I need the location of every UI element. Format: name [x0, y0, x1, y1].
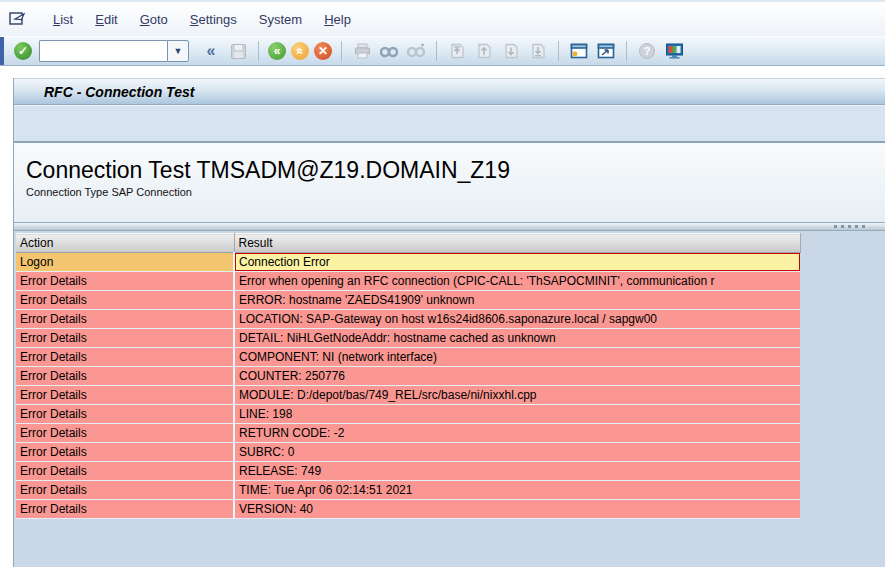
table-row[interactable]: Error DetailsSUBRC: 0: [16, 443, 800, 462]
svg-text:?: ?: [644, 45, 651, 57]
new-session-icon[interactable]: [568, 40, 590, 62]
action-cell[interactable]: Error Details: [16, 272, 234, 291]
toolbar-separator: [436, 41, 437, 61]
result-cell[interactable]: TIME: Tue Apr 06 02:14:51 2021: [234, 481, 800, 500]
find-next-icon[interactable]: [405, 40, 427, 62]
page-title: Connection Test TMSADM@Z19.DOMAIN_Z19: [26, 157, 885, 184]
action-cell[interactable]: Error Details: [16, 348, 234, 367]
back-icon[interactable]: «: [268, 42, 286, 60]
menu-item-system[interactable]: System: [248, 9, 313, 30]
last-page-icon[interactable]: [527, 40, 549, 62]
screen-title: RFC - Connection Test: [44, 84, 194, 100]
result-cell[interactable]: DETAIL: NiHLGetNodeAddr: hostname cached…: [234, 329, 800, 348]
standard-toolbar: ✓ ▼ « « « ✕: [0, 36, 885, 66]
result-cell[interactable]: VERSION: 40: [234, 500, 800, 519]
menu-item-settings[interactable]: Settings: [179, 9, 248, 30]
action-cell[interactable]: Error Details: [16, 443, 234, 462]
collapse-icon[interactable]: «: [200, 40, 222, 62]
help-icon[interactable]: ?: [636, 40, 658, 62]
toolbar-separator: [258, 41, 259, 61]
result-cell[interactable]: Error when opening an RFC connection (CP…: [234, 272, 800, 291]
first-page-icon[interactable]: [446, 40, 468, 62]
result-cell[interactable]: SUBRC: 0: [234, 443, 800, 462]
table-row[interactable]: Error DetailsVERSION: 40: [16, 500, 800, 519]
action-cell[interactable]: Error Details: [16, 386, 234, 405]
menu-item-edit[interactable]: Edit: [84, 9, 128, 30]
customize-layout-icon[interactable]: [663, 40, 685, 62]
action-cell[interactable]: Error Details: [16, 500, 234, 519]
table-row[interactable]: Error DetailsMODULE: D:/depot/bas/749_RE…: [16, 386, 800, 405]
result-cell[interactable]: COUNTER: 250776: [234, 367, 800, 386]
menu-bar-items: ListEditGotoSettingsSystemHelp: [42, 10, 362, 28]
result-cell[interactable]: RETURN CODE: -2: [234, 424, 800, 443]
page-subtitle: Connection Type SAP Connection: [26, 186, 885, 198]
result-cell[interactable]: COMPONENT: NI (network interface): [234, 348, 800, 367]
splitter-handle[interactable]: [14, 222, 885, 231]
action-cell[interactable]: Error Details: [16, 424, 234, 443]
action-cell[interactable]: Error Details: [16, 481, 234, 500]
action-cell[interactable]: Logon: [16, 253, 234, 272]
table-row[interactable]: Error DetailsTIME: Tue Apr 06 02:14:51 2…: [16, 481, 800, 500]
table-row[interactable]: Error DetailsError when opening an RFC c…: [16, 272, 800, 291]
grip-dot: [855, 225, 858, 228]
result-table-area: Action Result LogonConnection ErrorError…: [14, 231, 885, 567]
command-field[interactable]: [39, 40, 167, 62]
table-row[interactable]: Error DetailsCOMPONENT: NI (network inte…: [16, 348, 800, 367]
grip-dot: [848, 225, 851, 228]
result-cell[interactable]: LOCATION: SAP-Gateway on host w16s24id86…: [234, 310, 800, 329]
toolbar-separator: [626, 41, 627, 61]
table-row[interactable]: Error DetailsLINE: 198: [16, 405, 800, 424]
connection-test-header: Connection Test TMSADM@Z19.DOMAIN_Z19 Co…: [14, 143, 885, 222]
menu-item-list[interactable]: List: [42, 9, 84, 30]
grip-dot: [862, 225, 865, 228]
screen-icon: [8, 10, 28, 28]
action-cell[interactable]: Error Details: [16, 291, 234, 310]
table-row[interactable]: Error DetailsERROR: hostname 'ZAEDS41909…: [16, 291, 800, 310]
table-row[interactable]: Error DetailsRETURN CODE: -2: [16, 424, 800, 443]
next-page-icon[interactable]: [500, 40, 522, 62]
save-icon[interactable]: [227, 40, 249, 62]
cancel-icon[interactable]: ✕: [314, 42, 332, 60]
result-cell[interactable]: RELEASE: 749: [234, 462, 800, 481]
screen-title-bar: RFC - Connection Test: [14, 78, 885, 105]
menu-item-goto[interactable]: Goto: [129, 9, 179, 30]
print-icon[interactable]: [351, 40, 373, 62]
result-cell[interactable]: Connection Error: [234, 253, 800, 272]
action-cell[interactable]: Error Details: [16, 405, 234, 424]
previous-page-icon[interactable]: [473, 40, 495, 62]
action-cell[interactable]: Error Details: [16, 367, 234, 386]
column-header-action[interactable]: Action: [16, 234, 234, 253]
window-gap: [0, 66, 885, 78]
action-cell[interactable]: Error Details: [16, 310, 234, 329]
table-row[interactable]: Error DetailsRELEASE: 749: [16, 462, 800, 481]
table-row[interactable]: Error DetailsLOCATION: SAP-Gateway on ho…: [16, 310, 800, 329]
exit-icon[interactable]: «: [291, 42, 309, 60]
result-cell[interactable]: LINE: 198: [234, 405, 800, 424]
action-cell[interactable]: Error Details: [16, 329, 234, 348]
result-cell[interactable]: MODULE: D:/depot/bas/749_REL/src/base/ni…: [234, 386, 800, 405]
table-row[interactable]: Error DetailsDETAIL: NiHLGetNodeAddr: ho…: [16, 329, 800, 348]
result-cell[interactable]: ERROR: hostname 'ZAEDS41909' unknown: [234, 291, 800, 310]
grip-dot: [841, 225, 844, 228]
shortcut-icon[interactable]: [595, 40, 617, 62]
enter-icon[interactable]: ✓: [14, 42, 32, 60]
toolbar-separator: [341, 41, 342, 61]
result-table: Action Result LogonConnection ErrorError…: [16, 233, 801, 519]
application-toolbar: [14, 105, 885, 143]
column-header-result[interactable]: Result: [234, 234, 800, 253]
result-table-body: LogonConnection ErrorError DetailsError …: [16, 253, 800, 519]
table-header-row: Action Result: [16, 234, 800, 253]
work-area: Connection Test TMSADM@Z19.DOMAIN_Z19 Co…: [14, 143, 885, 567]
menu-bar: ListEditGotoSettingsSystemHelp: [0, 0, 885, 36]
action-cell[interactable]: Error Details: [16, 462, 234, 481]
command-field-dropdown-icon[interactable]: ▼: [167, 40, 189, 62]
table-row[interactable]: Error DetailsCOUNTER: 250776: [16, 367, 800, 386]
toolbar-separator: [558, 41, 559, 61]
menu-item-help[interactable]: Help: [313, 9, 362, 30]
table-row[interactable]: LogonConnection Error: [16, 253, 800, 272]
find-icon[interactable]: [378, 40, 400, 62]
grip-dot: [834, 225, 837, 228]
